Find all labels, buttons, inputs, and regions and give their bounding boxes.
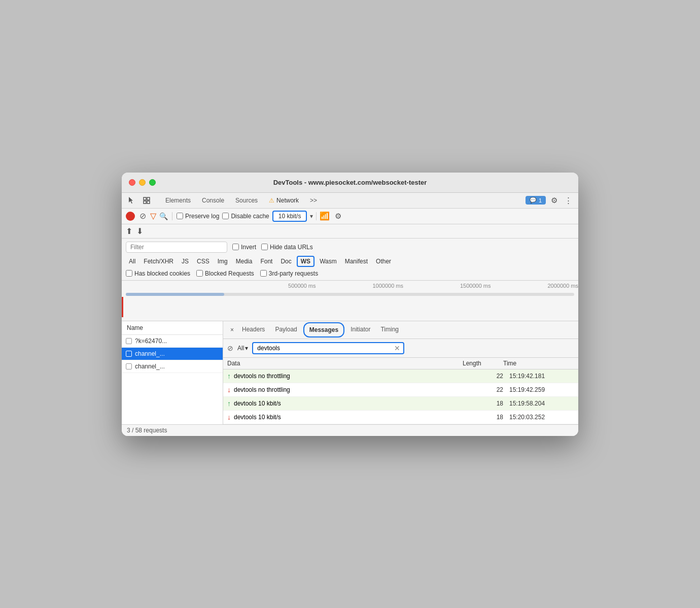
req-tab-timing[interactable]: Timing (375, 323, 404, 337)
timeline-bar-container[interactable] (122, 291, 578, 298)
close-button[interactable] (129, 179, 135, 186)
messages-table-header: Data Length Time (223, 358, 578, 369)
req-checkbox-2[interactable] (126, 363, 132, 369)
msg-length-3: 18 (463, 414, 503, 421)
type-wasm[interactable]: Wasm (317, 257, 340, 266)
req-tab-messages[interactable]: Messages (303, 322, 344, 337)
type-fetch-xhr[interactable]: Fetch/XHR (141, 257, 177, 266)
type-doc[interactable]: Doc (277, 257, 294, 266)
messages-search-input[interactable] (252, 342, 404, 354)
msg-data-0: ↑ devtools no throttling (227, 372, 463, 380)
download-button[interactable]: ⬇ (136, 226, 143, 236)
col-data: Data (227, 360, 463, 367)
req-tab-headers[interactable]: Headers (237, 323, 270, 337)
request-item-2[interactable]: channel_... (122, 360, 223, 373)
network-settings-button[interactable]: ⚙ (333, 211, 343, 222)
tab-elements[interactable]: Elements (160, 195, 196, 206)
status-text: 3 / 58 requests (127, 427, 167, 434)
inspect-icon[interactable] (141, 195, 152, 206)
request-item-0[interactable]: ?k=62470... (122, 335, 223, 348)
req-checkbox-1[interactable] (126, 351, 132, 357)
preserve-log-checkbox[interactable] (177, 213, 183, 219)
timeline-label-2: 1000000 ms (316, 283, 404, 289)
blocked-requests-text: Blocked Requests (205, 270, 254, 277)
cursor-icon[interactable] (126, 195, 137, 206)
message-row-3[interactable]: ↓ devtools 10 kbit/s 18 15:20:03.252 (223, 411, 578, 424)
top-toolbar: Elements Console Sources ⚠ Network >> 💬 … (122, 193, 578, 209)
no-entry-icon: ⊘ (227, 344, 233, 352)
wifi-icon: 📶 (320, 211, 330, 221)
arrow-up-icon-0: ↑ (227, 372, 231, 380)
type-img[interactable]: Img (215, 257, 231, 266)
req-tab-initiator[interactable]: Initiator (345, 323, 375, 337)
tab-console[interactable]: Console (197, 195, 229, 206)
search-button[interactable]: 🔍 (159, 212, 168, 220)
timeline-filled (126, 293, 224, 296)
filter-button[interactable]: ▽ (150, 211, 156, 221)
clear-button[interactable]: ⊘ (138, 212, 147, 221)
hide-data-urls-checkbox[interactable] (261, 244, 268, 250)
invert-checkbox[interactable] (232, 244, 239, 250)
invert-label[interactable]: Invert (232, 244, 256, 251)
left-panel: Name ?k=62470... channel_... channel_... (122, 321, 223, 424)
request-item-1[interactable]: channel_... (122, 348, 223, 360)
network-toolbar: ⊘ ▽ 🔍 Preserve log Disable cache 10 kbit… (122, 209, 578, 224)
type-css[interactable]: CSS (194, 257, 213, 266)
tab-sources[interactable]: Sources (230, 195, 263, 206)
feedback-badge-button[interactable]: 💬 1 (526, 196, 546, 205)
type-manifest[interactable]: Manifest (342, 257, 371, 266)
filter-dropdown[interactable]: All ▾ (237, 345, 248, 352)
msg-data-3: ↓ devtools 10 kbit/s (227, 413, 463, 421)
type-media[interactable]: Media (233, 257, 256, 266)
third-party-text: 3rd-party requests (269, 270, 318, 277)
type-font[interactable]: Font (257, 257, 275, 266)
preserve-log-label[interactable]: Preserve log (177, 213, 219, 220)
req-tab-x[interactable]: × (227, 323, 237, 336)
blocked-cookies-label[interactable]: Has blocked cookies (126, 270, 190, 277)
disable-cache-checkbox[interactable] (222, 213, 229, 219)
message-row-2[interactable]: ↑ devtools 10 kbit/s 18 15:19:58.204 (223, 397, 578, 411)
type-ws[interactable]: WS (297, 256, 314, 267)
timeline-label-1: 500000 ms (228, 283, 316, 289)
blocked-requests-checkbox[interactable] (196, 270, 203, 277)
svg-rect-2 (144, 201, 146, 204)
msg-text-1: devtools no throttling (234, 386, 290, 393)
message-row-0[interactable]: ↑ devtools no throttling 22 15:19:42.181 (223, 369, 578, 383)
status-bar: 3 / 58 requests (122, 424, 578, 436)
type-js[interactable]: JS (179, 257, 192, 266)
req-tab-payload[interactable]: Payload (270, 323, 302, 337)
upload-button[interactable]: ⬆ (126, 226, 132, 236)
maximize-button[interactable] (149, 179, 156, 186)
message-row-1[interactable]: ↓ devtools no throttling 22 15:19:42.259 (223, 383, 578, 397)
tab-network[interactable]: ⚠ Network (264, 195, 304, 206)
blocked-cookies-checkbox[interactable] (126, 270, 132, 277)
third-party-label[interactable]: 3rd-party requests (260, 270, 318, 277)
type-other[interactable]: Other (373, 257, 394, 266)
messages-list: ↑ devtools no throttling 22 15:19:42.181… (223, 369, 578, 424)
hide-data-urls-label[interactable]: Hide data URLs (261, 244, 313, 251)
clear-search-button[interactable]: ✕ (394, 344, 400, 352)
req-name-2: channel_... (135, 363, 165, 370)
type-all[interactable]: All (126, 257, 138, 266)
preserve-log-text: Preserve log (185, 213, 219, 220)
minimize-button[interactable] (139, 179, 146, 186)
throttle-button[interactable]: 10 kbit/s (272, 211, 307, 222)
tab-bar: Elements Console Sources ⚠ Network >> (156, 195, 521, 206)
more-button[interactable]: ⋮ (563, 195, 574, 206)
record-button[interactable] (126, 212, 135, 221)
filter-row2: Has blocked cookies Blocked Requests 3rd… (126, 270, 574, 277)
upload-download-bar: ⬆ ⬇ (122, 224, 578, 239)
req-checkbox-0[interactable] (126, 338, 132, 344)
separator-1 (172, 212, 172, 220)
col-time: Time (503, 360, 574, 367)
third-party-checkbox[interactable] (260, 270, 267, 277)
tab-more[interactable]: >> (305, 195, 322, 206)
timeline-track (126, 293, 574, 296)
blocked-requests-label[interactable]: Blocked Requests (196, 270, 254, 277)
disable-cache-label[interactable]: Disable cache (222, 213, 269, 220)
timeline-label-3: 1500000 ms (403, 283, 491, 289)
filter-section: Invert Hide data URLs All Fetch/XHR JS C… (122, 239, 578, 281)
settings-button[interactable]: ⚙ (549, 195, 559, 206)
throttle-dropdown[interactable]: ▾ (310, 213, 313, 220)
filter-input[interactable] (126, 242, 227, 253)
